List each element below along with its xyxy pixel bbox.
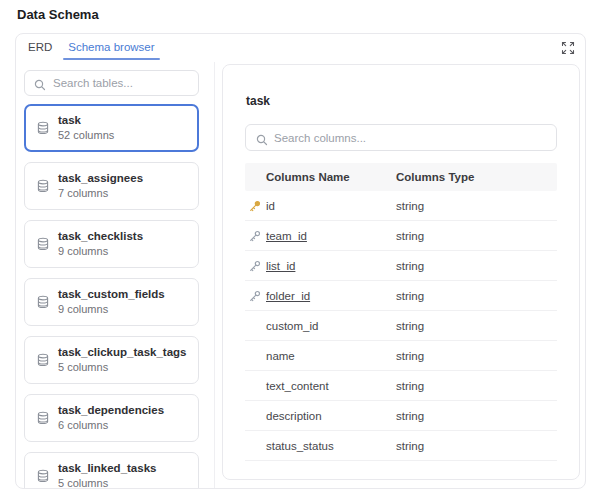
column-row: status_status string [245,431,557,461]
columns-search [245,124,557,151]
table-name: task_custom_fields [58,289,165,301]
column-row: id string [245,191,557,221]
column-name[interactable]: folder_id [266,290,310,302]
column-name[interactable]: team_id [266,230,307,242]
table-card-task_clickup_task_tags[interactable]: task_clickup_task_tags 5 columns [24,336,199,384]
table-name: task_linked_tasks [58,463,156,475]
table-card-task[interactable]: task 52 columns [24,104,199,152]
primary-key-icon [249,200,261,212]
column-row: description string [245,401,557,431]
column-row: list_id string [245,251,557,281]
data-schema-widget: Data Schema ERD Schema browser [0,0,600,501]
column-name[interactable]: list_id [266,260,295,272]
column-type: string [396,320,557,332]
foreign-key-icon [249,290,261,302]
foreign-key-icon [249,230,261,242]
column-row: name string [245,341,557,371]
database-icon [36,237,50,251]
tables-sidebar: task 52 columns task_assignees 7 columns… [24,70,199,489]
expand-icon[interactable] [561,41,575,55]
database-icon [36,411,50,425]
columns-table-header: Columns Name Columns Type [245,163,557,191]
column-row: custom_id string [245,311,557,341]
header-columns-name: Columns Name [245,171,396,183]
table-card-task_linked_tasks[interactable]: task_linked_tasks 5 columns [24,452,199,489]
tab-bar: ERD Schema browser [16,34,585,60]
database-icon [36,295,50,309]
table-columns-count: 52 columns [58,130,114,141]
page-title: Data Schema [17,7,99,22]
column-name: custom_id [266,320,318,332]
database-icon [36,121,50,135]
foreign-key-icon [249,260,261,272]
database-icon [36,353,50,367]
table-name: task_clickup_task_tags [58,347,187,359]
column-name: text_content [266,380,329,392]
column-type: string [396,380,557,392]
columns-table-body: id string team_id string list_id string … [245,191,557,461]
table-name: task_checklists [58,231,143,243]
table-card-task_checklists[interactable]: task_checklists 9 columns [24,220,199,268]
column-type: string [396,200,557,212]
detail-table-title: task [246,94,270,108]
column-name: status_status [266,440,334,452]
tab-schema-browser[interactable]: Schema browser [68,34,154,60]
column-type: string [396,440,557,452]
column-type: string [396,350,557,362]
table-columns-count: 7 columns [58,188,143,199]
table-card-task_dependencies[interactable]: task_dependencies 6 columns [24,394,199,442]
column-row: folder_id string [245,281,557,311]
column-type: string [396,260,557,272]
columns-table: Columns Name Columns Type id string team… [245,163,557,461]
table-card-task_custom_fields[interactable]: task_custom_fields 9 columns [24,278,199,326]
table-columns-count: 9 columns [58,304,165,315]
table-name: task_dependencies [58,405,164,417]
column-type: string [396,290,557,302]
table-name: task [58,115,114,127]
table-detail-card: task Columns Name Columns Type id [222,64,580,480]
column-type: string [396,410,557,422]
tables-search [24,70,199,96]
table-card-task_assignees[interactable]: task_assignees 7 columns [24,162,199,210]
sidebar-divider [214,62,215,488]
tab-erd[interactable]: ERD [28,34,52,60]
tables-search-input[interactable] [25,71,198,95]
table-columns-count: 5 columns [58,478,156,489]
column-name: description [266,410,322,422]
table-columns-count: 6 columns [58,420,164,431]
table-list: task 52 columns task_assignees 7 columns… [24,104,199,489]
columns-search-input[interactable] [246,125,556,150]
schema-panel: ERD Schema browser [15,33,586,489]
table-columns-count: 9 columns [58,246,143,257]
table-columns-count: 5 columns [58,362,187,373]
column-type: string [396,230,557,242]
database-icon [36,179,50,193]
table-name: task_assignees [58,173,143,185]
header-columns-type: Columns Type [396,171,474,183]
column-row: team_id string [245,221,557,251]
database-icon [36,469,50,483]
column-name: id [266,200,275,212]
column-row: text_content string [245,371,557,401]
column-name: name [266,350,295,362]
